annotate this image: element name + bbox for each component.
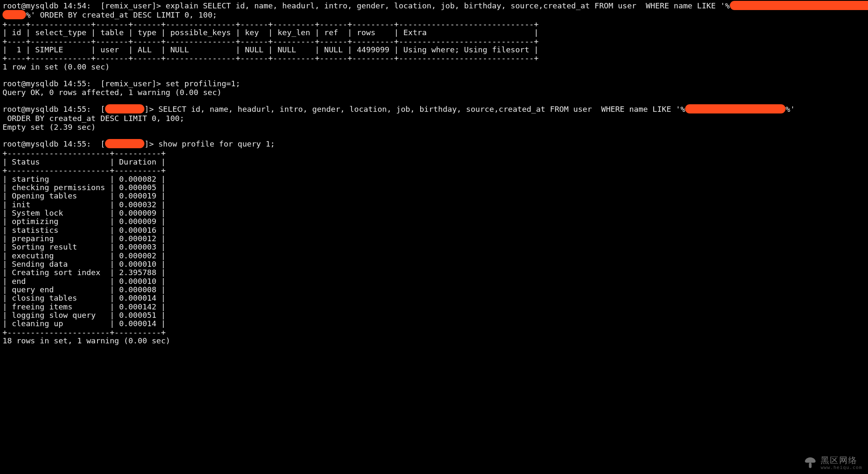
profile-footer: 18 rows in set, 1 warning (0.00 sec) (3, 336, 170, 345)
profile-row: | Opening tables | 0.000019 | (3, 191, 166, 200)
explain-border-mid: +----+-------------+-------+------+-----… (3, 37, 539, 46)
explain-border-top: +----+-------------+-------+------+-----… (3, 20, 539, 28)
profile-row: | logging slow query | 0.000051 | (3, 311, 166, 319)
explain-border-bottom: +----+-------------+-------+------+-----… (3, 54, 539, 62)
watermark-cn: 黑区网络 (821, 456, 862, 464)
redacted-text (730, 1, 868, 10)
prompt-line-1: root@mysqldb 14:54: [remix_user]> explai… (3, 1, 868, 10)
profile-row: | Creating sort index | 2.395788 | (3, 268, 166, 277)
profile-header: | Status | Duration | (3, 157, 166, 166)
redacted-text (685, 104, 786, 113)
profile-row: | freeing items | 0.000142 | (3, 302, 166, 311)
profile-border-bottom: +----------------------+----------+ (3, 328, 166, 337)
profile-row: | statistics | 0.000016 | (3, 226, 166, 234)
query-ok: Query OK, 0 rows affected, 1 warning (0.… (3, 88, 221, 97)
profile-row: | checking permissions | 0.000005 | (3, 183, 166, 192)
profile-row: | closing tables | 0.000014 | (3, 294, 166, 302)
profile-border-mid: +----------------------+----------+ (3, 166, 166, 175)
prompt-line-3: root@mysqldb 14:55: []> SELECT id, name,… (3, 105, 795, 113)
explain-footer: 1 row in set (0.00 sec) (3, 62, 110, 71)
explain-header: | id | select_type | table | type | poss… (3, 28, 539, 37)
prompt-line-4: root@mysqldb 14:55: []> show profile for… (3, 139, 275, 148)
watermark-en: www.heiqu.com (821, 465, 862, 470)
empty-set: Empty set (2.39 sec) (3, 123, 96, 131)
terminal-output[interactable]: root@mysqldb 14:54: [remix_user]> explai… (0, 0, 868, 345)
profile-border-top: +----------------------+----------+ (3, 149, 166, 157)
redacted-text (105, 104, 144, 113)
explain-row: | 1 | SIMPLE | user | ALL | NULL | NULL … (3, 45, 539, 54)
profile-row: | starting | 0.000082 | (3, 175, 166, 183)
watermark: 黑区网络 www.heiqu.com (803, 456, 862, 470)
prompt-line-1b: %' ORDER BY created_at DESC LIMIT 0, 100… (3, 10, 217, 19)
redacted-text (105, 139, 144, 148)
prompt-line-2: root@mysqldb 14:55: [remix_user]> set pr… (3, 79, 240, 88)
profile-row: | init | 0.000032 | (3, 200, 166, 209)
prompt-line-3b: ORDER BY created_at DESC LIMIT 0, 100; (3, 114, 184, 123)
mushroom-icon (803, 456, 817, 470)
profile-row: | end | 0.000010 | (3, 277, 166, 286)
profile-row: | executing | 0.000002 | (3, 251, 166, 260)
profile-row: | optimizing | 0.000009 | (3, 217, 166, 226)
redacted-text (3, 10, 26, 19)
profile-row: | Sorting result | 0.000003 | (3, 242, 166, 251)
profile-row: | System lock | 0.000009 | (3, 209, 166, 217)
profile-row: | cleaning up | 0.000014 | (3, 319, 166, 328)
profile-row: | Sending data | 0.000010 | (3, 260, 166, 268)
profile-row: | preparing | 0.000012 | (3, 234, 166, 243)
profile-row: | query end | 0.000008 | (3, 285, 166, 294)
svg-rect-0 (809, 463, 812, 468)
